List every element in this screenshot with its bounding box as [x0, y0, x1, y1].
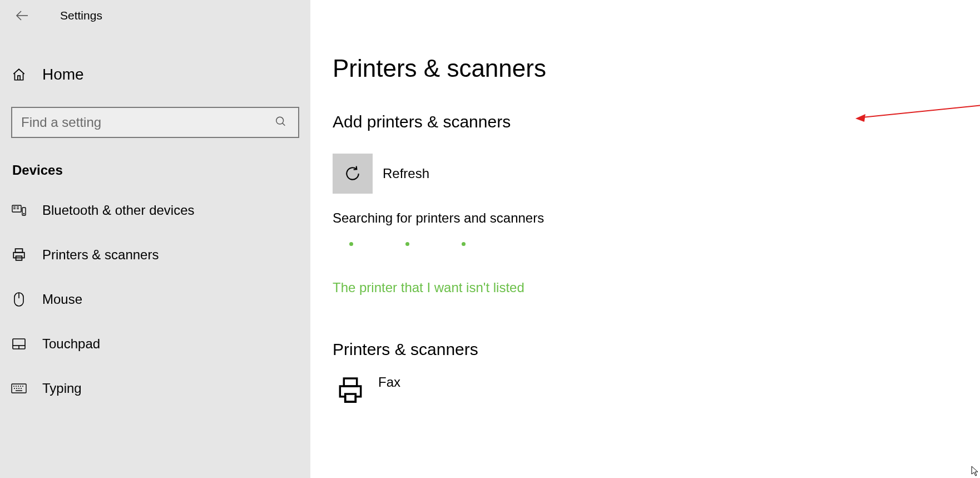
search-input[interactable]	[21, 115, 289, 130]
printer-icon	[11, 247, 27, 263]
progress-dot-icon	[349, 242, 353, 246]
sidebar-item-label: Mouse	[42, 292, 82, 307]
home-icon	[11, 67, 27, 82]
printers-list-heading: Printers & scanners	[333, 340, 980, 359]
refresh-tile	[333, 154, 373, 194]
sidebar-item-typing[interactable]: Typing	[0, 366, 310, 411]
sidebar-item-touchpad[interactable]: Touchpad	[0, 322, 310, 366]
progress-dot-icon	[462, 242, 466, 246]
printer-device-icon	[333, 372, 368, 408]
home-nav-item[interactable]: Home	[0, 56, 310, 93]
refresh-icon	[344, 165, 362, 183]
sidebar-item-printers[interactable]: Printers & scanners	[0, 233, 310, 277]
svg-point-9	[23, 213, 24, 214]
progress-dot-icon	[405, 242, 409, 246]
device-label: Fax	[378, 374, 400, 390]
home-label: Home	[42, 66, 84, 83]
refresh-button[interactable]: Refresh	[333, 154, 980, 194]
svg-point-1	[276, 117, 284, 124]
svg-line-2	[283, 123, 285, 126]
sidebar-item-label: Typing	[42, 381, 82, 396]
page-title: Printers & scanners	[333, 55, 980, 82]
mouse-icon	[11, 292, 27, 307]
main-content: Printers & scanners Add printers & scann…	[310, 0, 980, 478]
sidebar-item-label: Touchpad	[42, 336, 100, 352]
svg-rect-11	[13, 253, 24, 258]
cursor-icon	[971, 466, 979, 477]
sidebar-item-label: Printers & scanners	[42, 247, 159, 263]
add-printers-heading: Add printers & scanners	[333, 112, 980, 131]
svg-rect-29	[344, 378, 357, 386]
sidebar-item-label: Bluetooth & other devices	[42, 203, 195, 218]
svg-rect-30	[345, 394, 356, 402]
printer-not-listed-link[interactable]: The printer that I want isn't listed	[333, 280, 524, 295]
settings-sidebar: Settings Home Devices	[0, 0, 310, 478]
sidebar-item-bluetooth[interactable]: Bluetooth & other devices	[0, 188, 310, 233]
refresh-label: Refresh	[383, 166, 429, 181]
device-item-fax[interactable]: Fax	[333, 372, 980, 408]
search-box[interactable]	[11, 107, 299, 138]
back-arrow-icon	[16, 10, 29, 21]
bluetooth-devices-icon	[11, 203, 27, 218]
searching-status-text: Searching for printers and scanners	[333, 210, 980, 226]
svg-rect-10	[16, 249, 23, 253]
category-heading: Devices	[0, 138, 310, 188]
progress-dots	[333, 238, 980, 248]
search-container	[11, 107, 299, 138]
app-title: Settings	[60, 9, 102, 22]
title-bar: Settings	[0, 0, 310, 31]
touchpad-icon	[11, 336, 27, 352]
search-icon	[275, 116, 287, 130]
keyboard-icon	[11, 381, 27, 396]
sidebar-item-mouse[interactable]: Mouse	[0, 277, 310, 322]
back-button[interactable]	[14, 8, 30, 23]
